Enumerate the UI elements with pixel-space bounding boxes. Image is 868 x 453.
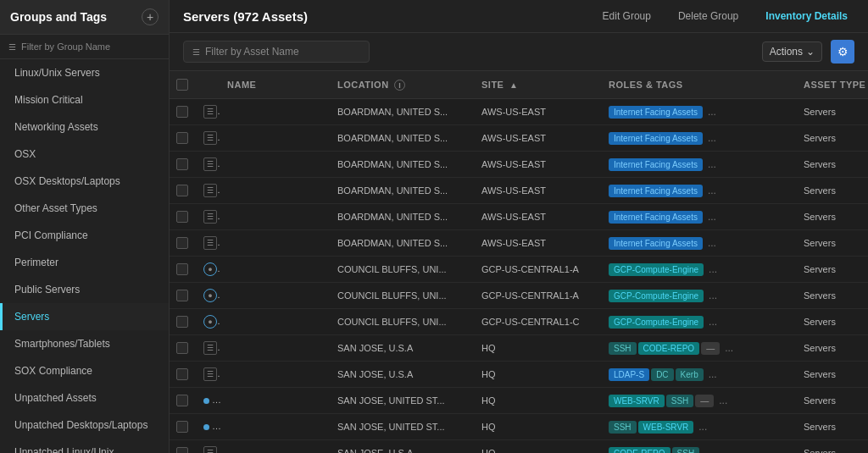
sidebar-item-pci-compliance[interactable]: PCI Compliance <box>0 222 169 249</box>
delete-group-button[interactable]: Delete Group <box>671 7 745 25</box>
filter-icon: ☰ <box>8 42 16 52</box>
tags-ellipsis[interactable]: ... <box>721 341 737 355</box>
tags-ellipsis[interactable]: ... <box>704 105 720 119</box>
tag-label[interactable]: DC <box>651 368 673 381</box>
row-checkbox-4[interactable] <box>176 211 188 223</box>
tags-ellipsis[interactable]: ... <box>705 262 721 276</box>
col-header-name[interactable]: NAME <box>220 71 331 99</box>
tag-label[interactable]: — <box>695 395 714 407</box>
assets-table-container: NAME LOCATION i SITE ▲ ROLES & TAGS ASSE… <box>170 71 868 453</box>
row-name <box>220 388 331 414</box>
inventory-details-button[interactable]: Inventory Details <box>759 7 854 25</box>
sidebar-item-linux-unix-servers[interactable]: Linux/Unix Servers <box>0 59 169 86</box>
sidebar-item-unpatched-linux-unix[interactable]: Unpatched Linux/Unix <box>0 439 169 453</box>
tag-label[interactable]: Internet Facing Assets <box>609 185 703 197</box>
tag-label[interactable]: GCP-Compute-Engine <box>609 263 704 276</box>
tags-ellipsis[interactable]: ... <box>704 210 720 224</box>
tags-ellipsis[interactable]: ... <box>705 367 721 381</box>
sidebar-item-other-asset-types[interactable]: Other Asset Types <box>0 195 169 222</box>
settings-button[interactable]: ⚙ <box>831 40 854 64</box>
tags-ellipsis[interactable]: ... <box>701 446 716 453</box>
row-checkbox-11[interactable] <box>176 395 188 406</box>
sidebar-item-servers[interactable]: Servers <box>0 303 169 330</box>
tags-ellipsis[interactable]: ... <box>705 315 721 329</box>
location-info-icon[interactable]: i <box>394 80 405 91</box>
tag-label[interactable]: Internet Facing Assets <box>609 237 703 250</box>
row-checkbox-5[interactable] <box>176 237 188 249</box>
row-checkbox-12[interactable] <box>176 421 188 433</box>
sidebar-item-mission-critical[interactable]: Mission Critical <box>0 86 169 113</box>
col-header-site[interactable]: SITE ▲ <box>475 71 602 99</box>
add-group-button[interactable]: + <box>142 8 159 25</box>
row-lines-icon[interactable]: ☰ <box>203 157 217 171</box>
tags-ellipsis[interactable]: ... <box>705 289 721 302</box>
tag-label[interactable]: WEB-SRVR <box>609 395 665 407</box>
row-asset-type: Servers <box>797 309 868 335</box>
tag-label[interactable]: Internet Facing Assets <box>609 158 703 171</box>
row-checkbox-9[interactable] <box>176 342 188 354</box>
select-all-checkbox[interactable] <box>176 79 188 91</box>
row-checkbox-13[interactable] <box>176 447 188 453</box>
tags-ellipsis[interactable]: ... <box>704 157 720 171</box>
sidebar-item-unpatched-assets[interactable]: Unpatched Assets <box>0 384 169 412</box>
edit-group-button[interactable]: Edit Group <box>596 7 658 25</box>
row-checkbox-6[interactable] <box>176 263 188 275</box>
row-lines-icon[interactable]: ☰ <box>203 341 217 355</box>
col-header-location[interactable]: LOCATION i <box>331 71 475 99</box>
row-checkbox-2[interactable] <box>176 158 188 170</box>
row-lines-icon[interactable]: ☰ <box>203 184 217 197</box>
tags-ellipsis[interactable]: ... <box>704 131 720 145</box>
tag-label[interactable]: Internet Facing Assets <box>609 211 703 224</box>
tag-label[interactable]: Internet Facing Assets <box>609 132 703 145</box>
row-roles: WEB-SRVRSSH—... <box>602 388 797 414</box>
sidebar-item-sox-compliance[interactable]: SOX Compliance <box>0 357 169 384</box>
row-location: BOARDMAN, UNITED S... <box>331 152 475 178</box>
tag-label[interactable]: SSH <box>666 395 694 407</box>
tag-label[interactable]: WEB-SRVR <box>638 421 694 434</box>
row-lines-icon[interactable]: ☰ <box>203 446 217 453</box>
row-checkbox-3[interactable] <box>176 185 188 196</box>
row-name <box>220 309 331 335</box>
row-checkbox-0[interactable] <box>176 106 188 118</box>
row-lines-icon[interactable]: ☰ <box>203 210 217 224</box>
sidebar-item-unpatched-desktops-laptops[interactable]: Unpatched Desktops/Laptops <box>0 412 169 439</box>
sidebar-item-public-servers[interactable]: Public Servers <box>0 276 169 303</box>
asset-filter-input[interactable]: ☰ Filter by Asset Name <box>183 41 370 63</box>
row-lines-icon[interactable]: ☰ <box>203 131 217 145</box>
row-circle-icon: ● <box>203 262 217 276</box>
sidebar-filter[interactable]: ☰ Filter by Group Name <box>0 35 169 59</box>
tag-label[interactable]: CODE-REPO <box>638 342 700 355</box>
actions-button[interactable]: Actions ⌄ <box>762 41 822 62</box>
tag-label[interactable]: SSH <box>609 342 637 355</box>
row-name <box>220 178 331 204</box>
tag-label[interactable]: — <box>701 342 720 355</box>
sidebar-item-networking-assets[interactable]: Networking Assets <box>0 113 169 141</box>
sidebar-item-smartphones-tablets[interactable]: Smartphones/Tablets <box>0 330 169 357</box>
sidebar-item-osx-desktops-laptops[interactable]: OSX Desktops/Laptops <box>0 168 169 195</box>
tags-ellipsis[interactable]: ... <box>695 420 710 434</box>
row-lines-icon[interactable]: ☰ <box>203 367 217 381</box>
row-checkbox-7[interactable] <box>176 290 188 301</box>
row-lines-icon[interactable]: ☰ <box>203 236 217 250</box>
tag-label[interactable]: GCP-Compute-Engine <box>609 316 704 329</box>
tags-ellipsis[interactable]: ... <box>704 184 720 197</box>
row-lines-icon[interactable]: ☰ <box>203 105 217 119</box>
row-name <box>220 204 331 230</box>
row-dot-icon <box>203 398 209 404</box>
toolbar: ☰ Filter by Asset Name Actions ⌄ ⚙ <box>170 33 868 71</box>
row-roles: Internet Facing Assets... <box>602 178 797 204</box>
tags-ellipsis[interactable]: ... <box>715 394 731 407</box>
tag-label[interactable]: Internet Facing Assets <box>609 106 703 119</box>
sidebar-item-perimeter[interactable]: Perimeter <box>0 249 169 276</box>
tag-label[interactable]: LDAP-S <box>609 368 649 381</box>
tag-label[interactable]: CODE-REPO <box>609 447 670 453</box>
sidebar-item-osx[interactable]: OSX <box>0 141 169 168</box>
row-checkbox-1[interactable] <box>176 132 188 144</box>
row-checkbox-10[interactable] <box>176 368 188 380</box>
tag-label[interactable]: SSH <box>609 421 637 434</box>
tags-ellipsis[interactable]: ... <box>704 236 720 250</box>
tag-label[interactable]: GCP-Compute-Engine <box>609 290 704 302</box>
tag-label[interactable]: Kerb <box>676 368 704 381</box>
row-checkbox-8[interactable] <box>176 316 188 328</box>
tag-label[interactable]: SSH <box>672 447 700 453</box>
